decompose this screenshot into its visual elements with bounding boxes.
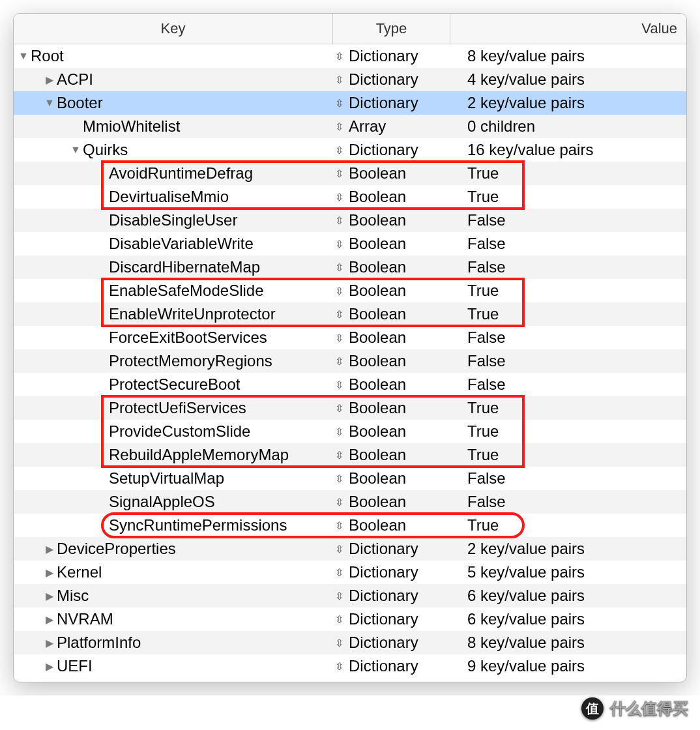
value-cell[interactable]: True xyxy=(450,422,686,441)
value-cell[interactable]: 16 key/value pairs xyxy=(450,141,686,159)
type-stepper-icon[interactable]: ⇳ xyxy=(333,238,345,250)
type-stepper-icon[interactable]: ⇳ xyxy=(333,355,345,368)
tree-row[interactable]: ▼Quirks⇳Dictionary16 key/value pairs xyxy=(14,138,686,162)
tree-row[interactable]: ▶DiscardHibernateMap⇳BooleanFalse xyxy=(14,256,686,279)
tree-row[interactable]: ▶SetupVirtualMap⇳BooleanFalse xyxy=(14,467,686,490)
chevron-down-icon[interactable]: ▼ xyxy=(18,50,29,62)
key-label[interactable]: NVRAM xyxy=(57,610,113,628)
key-label[interactable]: DevirtualiseMmio xyxy=(109,188,229,206)
value-cell[interactable]: 2 key/value pairs xyxy=(450,540,686,558)
column-header-key[interactable]: Key xyxy=(14,14,333,44)
type-label[interactable]: Array xyxy=(349,117,386,136)
type-label[interactable]: Boolean xyxy=(349,235,406,253)
key-label[interactable]: ProtectUefiServices xyxy=(109,399,246,417)
type-label[interactable]: Boolean xyxy=(349,282,406,300)
type-stepper-icon[interactable]: ⇳ xyxy=(333,473,345,485)
tree-row[interactable]: ▶ForceExitBootServices⇳BooleanFalse xyxy=(14,326,686,349)
key-label[interactable]: ProtectSecureBoot xyxy=(109,375,240,394)
type-label[interactable]: Boolean xyxy=(349,328,406,347)
type-label[interactable]: Boolean xyxy=(349,399,406,417)
value-cell[interactable]: False xyxy=(450,235,686,253)
key-label[interactable]: ForceExitBootServices xyxy=(109,328,267,347)
type-stepper-icon[interactable]: ⇳ xyxy=(333,426,345,438)
type-label[interactable]: Boolean xyxy=(349,516,406,534)
key-label[interactable]: DeviceProperties xyxy=(57,540,176,558)
tree-row[interactable]: ▶RebuildAppleMemoryMap⇳BooleanTrue xyxy=(14,443,686,467)
type-stepper-icon[interactable]: ⇳ xyxy=(333,50,345,63)
type-stepper-icon[interactable]: ⇳ xyxy=(333,261,345,274)
column-header-type[interactable]: Type xyxy=(333,14,450,44)
type-label[interactable]: Boolean xyxy=(349,469,406,488)
chevron-right-icon[interactable]: ▶ xyxy=(44,74,55,86)
type-stepper-icon[interactable]: ⇳ xyxy=(333,590,345,602)
tree-row[interactable]: ▶ProtectUefiServices⇳BooleanTrue xyxy=(14,396,686,420)
key-label[interactable]: SignalAppleOS xyxy=(109,493,215,511)
key-label[interactable]: DisableSingleUser xyxy=(109,211,237,229)
tree-row[interactable]: ▶ACPI⇳Dictionary4 key/value pairs xyxy=(14,68,686,91)
tree-row[interactable]: ▶DevirtualiseMmio⇳BooleanTrue xyxy=(14,185,686,209)
key-label[interactable]: Booter xyxy=(57,94,103,112)
type-stepper-icon[interactable]: ⇳ xyxy=(333,214,345,227)
type-label[interactable]: Boolean xyxy=(349,188,406,206)
key-label[interactable]: ProtectMemoryRegions xyxy=(109,352,272,370)
value-cell[interactable]: 9 key/value pairs xyxy=(450,657,686,675)
type-label[interactable]: Dictionary xyxy=(349,563,418,581)
type-label[interactable]: Dictionary xyxy=(349,610,418,628)
tree-row[interactable]: ▶DisableSingleUser⇳BooleanFalse xyxy=(14,209,686,232)
type-stepper-icon[interactable]: ⇳ xyxy=(333,97,345,110)
column-header-value[interactable]: Value xyxy=(450,14,686,44)
chevron-right-icon[interactable]: ▶ xyxy=(44,590,55,602)
tree-row[interactable]: ▶MmioWhitelist⇳Array0 children xyxy=(14,115,686,138)
value-cell[interactable]: False xyxy=(450,375,686,394)
type-label[interactable]: Boolean xyxy=(349,375,406,394)
key-label[interactable]: MmioWhitelist xyxy=(83,117,180,136)
tree-row[interactable]: ▶ProtectSecureBoot⇳BooleanFalse xyxy=(14,373,686,396)
tree-row[interactable]: ▶ProvideCustomSlide⇳BooleanTrue xyxy=(14,420,686,443)
type-label[interactable]: Boolean xyxy=(349,258,406,276)
tree-row[interactable]: ▶SignalAppleOS⇳BooleanFalse xyxy=(14,490,686,514)
type-stepper-icon[interactable]: ⇳ xyxy=(333,285,345,297)
type-stepper-icon[interactable]: ⇳ xyxy=(333,402,345,415)
type-label[interactable]: Boolean xyxy=(349,422,406,441)
key-label[interactable]: SetupVirtualMap xyxy=(109,469,224,488)
tree-row[interactable]: ▶Misc⇳Dictionary6 key/value pairs xyxy=(14,584,686,607)
tree-row[interactable]: ▶PlatformInfo⇳Dictionary8 key/value pair… xyxy=(14,631,686,654)
tree-row[interactable]: ▶EnableWriteUnprotector⇳BooleanTrue xyxy=(14,302,686,326)
value-cell[interactable]: True xyxy=(450,282,686,300)
type-label[interactable]: Boolean xyxy=(349,493,406,511)
key-label[interactable]: Kernel xyxy=(57,563,102,581)
type-label[interactable]: Boolean xyxy=(349,446,406,464)
tree-row[interactable]: ▶EnableSafeModeSlide⇳BooleanTrue xyxy=(14,279,686,302)
value-cell[interactable]: 5 key/value pairs xyxy=(450,563,686,581)
type-stepper-icon[interactable]: ⇳ xyxy=(333,121,345,133)
tree-row[interactable]: ▶DisableVariableWrite⇳BooleanFalse xyxy=(14,232,686,256)
type-stepper-icon[interactable]: ⇳ xyxy=(333,449,345,461)
type-label[interactable]: Dictionary xyxy=(349,94,418,112)
type-stepper-icon[interactable]: ⇳ xyxy=(333,566,345,579)
key-label[interactable]: ACPI xyxy=(57,70,93,89)
value-cell[interactable]: 8 key/value pairs xyxy=(450,634,686,652)
type-stepper-icon[interactable]: ⇳ xyxy=(333,191,345,203)
value-cell[interactable]: False xyxy=(450,328,686,347)
type-label[interactable]: Dictionary xyxy=(349,634,418,652)
type-label[interactable]: Dictionary xyxy=(349,47,418,65)
value-cell[interactable]: True xyxy=(450,305,686,323)
key-label[interactable]: ProvideCustomSlide xyxy=(109,422,250,441)
value-cell[interactable]: True xyxy=(450,516,686,534)
key-label[interactable]: Quirks xyxy=(83,141,128,159)
value-cell[interactable]: False xyxy=(450,258,686,276)
value-cell[interactable]: 8 key/value pairs xyxy=(450,47,686,65)
type-stepper-icon[interactable]: ⇳ xyxy=(333,308,345,321)
type-label[interactable]: Dictionary xyxy=(349,587,418,605)
type-stepper-icon[interactable]: ⇳ xyxy=(333,637,345,649)
value-cell[interactable]: True xyxy=(450,164,686,182)
key-label[interactable]: PlatformInfo xyxy=(57,634,141,652)
value-cell[interactable]: 0 children xyxy=(450,117,686,136)
tree-row[interactable]: ▶AvoidRuntimeDefrag⇳BooleanTrue xyxy=(14,162,686,185)
tree-row[interactable]: ▶NVRAM⇳Dictionary6 key/value pairs xyxy=(14,607,686,631)
type-stepper-icon[interactable]: ⇳ xyxy=(333,168,345,180)
key-label[interactable]: DisableVariableWrite xyxy=(109,235,254,253)
type-label[interactable]: Boolean xyxy=(349,164,406,182)
tree-row[interactable]: ▶UEFI⇳Dictionary9 key/value pairs xyxy=(14,654,686,678)
key-label[interactable]: RebuildAppleMemoryMap xyxy=(109,446,289,464)
